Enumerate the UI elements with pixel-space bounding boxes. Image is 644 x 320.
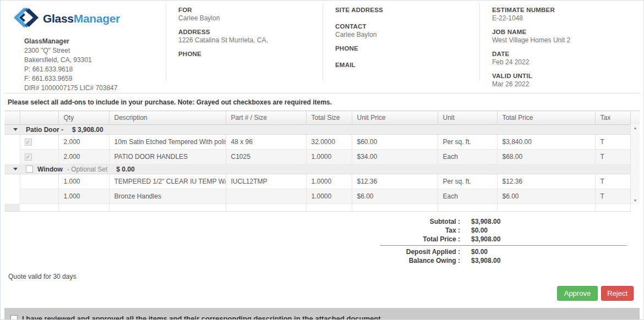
item-unit-price: $6.00 — [352, 189, 438, 204]
item-unit-price: $60.00 — [352, 135, 438, 150]
item-qty: 1.000 — [58, 189, 109, 204]
company-phone: P: 661.633.9618 — [24, 65, 166, 74]
estimate-approval-page: GlassManager GlassManager 2300 "Q" Stree… — [0, 0, 644, 320]
phone-label: PHONE — [178, 51, 323, 57]
site-phone-label: PHONE — [335, 45, 479, 52]
item-qty: 2.000 — [58, 150, 109, 164]
company-block: GlassManager GlassManager 2300 "Q" Stree… — [1, 3, 166, 80]
job-name: West Village Homes Unit 2 — [492, 36, 643, 44]
required-item-checkbox: ✓ — [25, 139, 32, 146]
item-total-price: $12.36 — [497, 174, 595, 189]
item-unit: Each — [438, 189, 497, 204]
total-price-label: Total Price : — [1, 235, 460, 243]
site-address-value — [335, 14, 479, 16]
col-total-price: Total Price — [497, 111, 595, 125]
subtotal-value: $3,908.00 — [460, 218, 500, 225]
item-tax: T — [595, 135, 630, 150]
table-header-row: Qty Description Part # / Size Total Size… — [4, 111, 640, 125]
col-checkbox — [20, 111, 58, 125]
company-logo: GlassManager — [14, 7, 166, 30]
approve-button[interactable]: Approve — [557, 286, 598, 301]
item-row-2: ✓ 2.000 PATIO DOOR HANDLES C1025 1.0000 … — [4, 150, 640, 164]
empty-row — [4, 204, 640, 212]
deposit-applied-label: Deposit Applied : — [1, 248, 460, 256]
tax-value: $0.00 — [460, 227, 488, 234]
scroll-up-icon[interactable]: ▲ — [634, 126, 637, 130]
address-label: ADDRESS — [178, 29, 323, 35]
item-qty: 2.000 — [58, 135, 109, 150]
group-amount: $ 3,908.00 — [72, 126, 103, 134]
item-total-price: $3,840.00 — [497, 135, 595, 150]
logo-wordmark: GlassManager — [43, 12, 120, 25]
items-table: Qty Description Part # / Size Total Size… — [4, 111, 640, 212]
item-tax: T — [595, 174, 630, 189]
date-label: DATE — [492, 51, 643, 57]
totals-divider — [380, 245, 627, 246]
group-row-patio-door[interactable]: Patio Door - $ 3,908.00 — [4, 125, 640, 135]
job-name-label: JOB NAME — [492, 29, 643, 35]
group-amount: $ 0.00 — [116, 165, 134, 173]
confirmation-checkbox[interactable] — [10, 315, 18, 320]
addons-grid: Please select all add-ons to include in … — [4, 93, 640, 212]
item-part: 48 x 96 — [226, 135, 306, 150]
site-address-label: SITE ADDRESS — [335, 7, 479, 13]
item-total-size: 1.0000 — [306, 150, 352, 164]
col-unit: Unit — [438, 111, 497, 125]
address-value: 1226 Catalina St Murrieta, CA, — [178, 36, 323, 44]
group-row-window[interactable]: Window - Optional Set $ 0.00 — [4, 164, 640, 174]
contact-label: CONTACT — [335, 23, 479, 30]
item-part: IUCL12TMP — [226, 174, 306, 189]
item-description: TEMPERED 1/2" CLEAR IU TEMP W/ 1/8" — [109, 174, 226, 189]
item-total-price: $6.00 — [497, 189, 595, 204]
col-expand — [4, 111, 20, 125]
item-tax: T — [595, 189, 630, 204]
company-address-line1: 2300 "Q" Street — [24, 46, 166, 56]
company-name: GlassManager — [24, 37, 166, 46]
tax-label: Tax : — [1, 227, 460, 234]
col-qty: Qty — [58, 111, 109, 125]
site-block: SITE ADDRESS CONTACT Carlee Baylon PHONE… — [323, 3, 479, 80]
glassmanager-logo-icon — [14, 7, 39, 30]
reject-button[interactable]: Reject — [601, 286, 634, 301]
item-qty: 1.000 — [58, 174, 109, 189]
item-part — [226, 189, 306, 204]
contact-value: Carlee Baylon — [335, 31, 479, 38]
item-total-size: 1.0000 — [306, 174, 352, 189]
group-title: Window — [37, 165, 63, 173]
company-fax: F: 661.633.9659 — [24, 74, 166, 84]
table-vertical-scrollbar[interactable]: ▲ ▼ — [630, 124, 640, 204]
optional-set-checkbox[interactable] — [26, 165, 33, 173]
scroll-down-icon[interactable]: ▼ — [634, 198, 637, 202]
item-unit: Per sq. ft. — [438, 174, 497, 189]
estimate-number: E-22-1048 — [492, 14, 643, 22]
valid-until-value: Mar 26 2022 — [492, 80, 643, 88]
email-label: EMAIL — [335, 62, 479, 68]
balance-owing-label: Balance Owing : — [1, 257, 460, 264]
company-address-line2: Bakersfield, CA, 93301 — [24, 56, 166, 65]
item-total-price: $68.00 — [497, 150, 595, 164]
item-part: C1025 — [226, 150, 306, 164]
scrollbar-spacer — [630, 111, 640, 125]
total-price-value: $3,908.00 — [460, 235, 500, 243]
required-item-checkbox: ✓ — [25, 153, 32, 161]
confirmation-text: I have reviewed and approved all the ite… — [22, 315, 381, 320]
col-tax: Tax — [595, 111, 630, 125]
item-description: PATIO DOOR HANDLES — [109, 150, 226, 164]
item-row-4: 1.000 Bronze Handles 1.0000 $6.00 Each $… — [4, 189, 640, 204]
item-unit: Each — [438, 150, 497, 164]
document-header: GlassManager GlassManager 2300 "Q" Stree… — [1, 1, 643, 93]
phone-value — [178, 58, 323, 60]
item-row-1: ✓ 2.000 10m Satin Etched Tempered With p… — [4, 135, 640, 150]
site-phone-value — [335, 53, 479, 55]
group-title: Patio Door - — [26, 126, 63, 134]
item-total-size: 1.0000 — [306, 189, 352, 204]
collapse-group-icon[interactable] — [13, 168, 18, 170]
item-unit-price: $12.36 — [352, 174, 438, 189]
collapse-group-icon[interactable] — [13, 128, 18, 131]
col-part-size: Part # / Size — [226, 111, 306, 125]
item-unit: Per sq. ft. — [438, 135, 497, 150]
col-unit-price: Unit Price — [352, 111, 438, 125]
customer-block: FOR Carlee Baylon ADDRESS 1226 Catalina … — [166, 3, 323, 80]
group-subtitle: - Optional Set — [67, 165, 107, 173]
col-total-size: Total Size — [306, 111, 352, 125]
